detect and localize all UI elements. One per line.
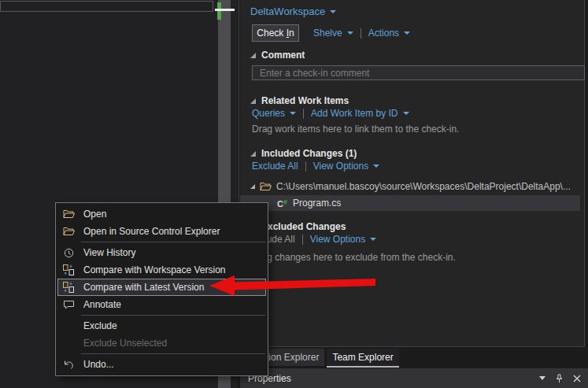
changes-folder-node[interactable]: C:\Users\manuel.bascoy\source\Workspaces… xyxy=(250,181,581,192)
links-divider xyxy=(302,235,303,245)
chevron-down-icon xyxy=(373,164,379,168)
comment-section-header[interactable]: Comment xyxy=(250,50,305,61)
related-work-items-header[interactable]: Related Work Items xyxy=(250,95,349,106)
menu-separator xyxy=(81,353,265,354)
pin-icon[interactable] xyxy=(556,374,563,383)
menu-separator xyxy=(81,242,265,242)
properties-panel-header: Properties xyxy=(240,368,588,388)
compare-icon xyxy=(61,264,76,276)
history-icon xyxy=(61,247,76,259)
excluded-header-label: Excluded Changes xyxy=(261,221,346,232)
compare-icon xyxy=(61,281,76,294)
shelve-dropdown[interactable]: Shelve xyxy=(313,28,353,39)
queries-label: Queries xyxy=(252,108,285,119)
related-header-label: Related Work Items xyxy=(261,95,349,106)
csharp-icon-sharp: # xyxy=(283,198,287,206)
menu-item-undo[interactable]: Undo... xyxy=(56,356,268,373)
view-options-label: View Options xyxy=(310,234,365,245)
collapse-icon xyxy=(250,98,256,104)
close-icon[interactable] xyxy=(573,375,581,382)
annotate-icon xyxy=(61,300,76,310)
scrollbar-change-marker xyxy=(217,2,221,20)
related-drop-hint: Drag work items here to link them to the… xyxy=(252,124,459,135)
add-work-item-label: Add Work Item by ID xyxy=(311,108,398,119)
actions-label: Actions xyxy=(368,28,399,39)
toolbar-divider xyxy=(361,28,361,39)
red-annotation-arrow-icon xyxy=(203,269,378,301)
view-options-dropdown[interactable]: View Options xyxy=(313,161,379,172)
menu-item-label: Exclude xyxy=(83,320,117,331)
tree-collapse-icon xyxy=(250,184,255,189)
included-links-row: Exclude All View Options xyxy=(252,161,379,172)
menu-item-label: Open in Source Control Explorer xyxy=(83,226,220,237)
changed-file-row-selected[interactable]: C# Program.cs xyxy=(240,195,580,211)
queries-dropdown[interactable]: Queries xyxy=(252,108,296,119)
file-name-label: Program.cs xyxy=(293,198,341,209)
checkin-comment-input[interactable] xyxy=(252,65,585,80)
menu-item-open-in-source-control-explorer[interactable]: Open in Source Control Explorer xyxy=(56,223,268,240)
check-in-label-end: n xyxy=(289,28,294,39)
open-folder-icon xyxy=(260,182,272,191)
menu-separator xyxy=(81,315,265,316)
chevron-down-icon xyxy=(370,238,376,241)
scrollbar-caret-marker xyxy=(215,9,235,11)
comment-header-label: Comment xyxy=(261,50,305,61)
editor-top-frame xyxy=(0,1,213,12)
included-header-label: Included Changes (1) xyxy=(261,148,357,159)
folder-path-label: C:\Users\manuel.bascoy\source\Workspaces… xyxy=(276,181,571,192)
visual-studio-window: DeltaWorkspace Check In Shelve Actions C… xyxy=(0,0,588,388)
undo-icon xyxy=(61,360,76,370)
menu-item-exclude[interactable]: Exclude xyxy=(56,317,268,334)
menu-item-open[interactable]: Open xyxy=(56,205,268,223)
open-folder-icon xyxy=(61,227,76,236)
window-menu-chevron-icon[interactable] xyxy=(539,376,545,380)
open-folder-icon xyxy=(61,209,76,219)
checkin-toolbar: Check In Shelve Actions xyxy=(252,24,410,42)
chevron-down-icon xyxy=(290,112,296,115)
actions-dropdown[interactable]: Actions xyxy=(368,28,410,39)
workspace-dropdown[interactable]: DeltaWorkspace xyxy=(250,6,336,17)
add-work-item-dropdown[interactable]: Add Work Item by ID xyxy=(311,108,409,119)
links-divider xyxy=(303,109,304,119)
view-options-label: View Options xyxy=(313,161,368,172)
chevron-down-icon xyxy=(347,31,353,35)
menu-item-label: View History xyxy=(83,247,135,258)
workspace-name: DeltaWorkspace xyxy=(250,6,325,17)
tab-team-explorer[interactable]: Team Explorer xyxy=(327,349,398,368)
menu-item-label: Open xyxy=(83,209,106,220)
shelve-label: Shelve xyxy=(313,28,342,39)
check-in-label: Check xyxy=(257,28,286,39)
menu-item-view-history[interactable]: View History xyxy=(56,244,268,261)
included-changes-header[interactable]: Included Changes (1) xyxy=(250,148,357,159)
chevron-down-icon xyxy=(403,112,409,115)
exclude-all-link[interactable]: Exclude All xyxy=(252,161,298,172)
check-in-button[interactable]: Check In xyxy=(252,24,299,42)
excluded-links-row: Include All View Options xyxy=(252,234,376,245)
collapse-icon xyxy=(250,151,256,157)
collapse-icon xyxy=(250,53,256,58)
view-options-dropdown[interactable]: View Options xyxy=(310,234,376,245)
related-links-row: Queries Add Work Item by ID xyxy=(252,108,409,119)
menu-item-exclude-unselected-disabled: Exclude Unselected xyxy=(56,334,268,352)
links-divider xyxy=(305,161,306,172)
csharp-file-icon: C# xyxy=(277,198,287,209)
menu-item-label: Undo... xyxy=(83,359,114,370)
menu-item-label: Annotate xyxy=(83,299,121,310)
excluded-drop-hint: Drag changes here to exclude from the ch… xyxy=(252,252,456,263)
chevron-down-icon xyxy=(330,10,336,13)
csharp-icon-letter: C xyxy=(277,199,283,209)
chevron-down-icon xyxy=(404,31,410,35)
menu-item-label: Exclude Unselected xyxy=(83,338,167,349)
properties-header-icons xyxy=(539,374,588,383)
menu-item-label: Compare with Latest Version xyxy=(83,282,204,293)
